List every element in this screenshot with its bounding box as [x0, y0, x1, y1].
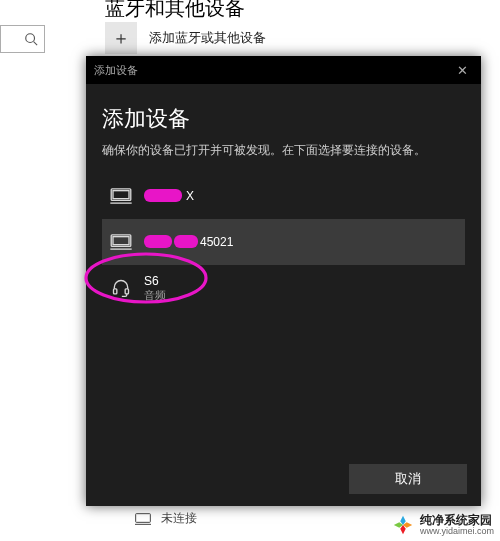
display-icon: [110, 233, 132, 251]
watermark-url: www.yidaimei.com: [420, 527, 494, 537]
device-item[interactable]: 45021: [102, 219, 465, 265]
settings-background: 蓝牙和其他设备 ＋ 添加蓝牙或其他设备 添加设备 ✕ 添加设备 确保你的设备已打…: [0, 0, 500, 541]
device-item[interactable]: X: [102, 173, 465, 219]
page-title: 蓝牙和其他设备: [105, 0, 245, 22]
device-subtype: 音频: [144, 289, 166, 302]
display-icon: [135, 512, 151, 526]
add-bluetooth-device-button[interactable]: ＋ 添加蓝牙或其他设备: [105, 22, 266, 54]
plus-icon: ＋: [105, 22, 137, 54]
svg-rect-11: [136, 513, 151, 522]
watermark: 纯净系统家园 www.yidaimei.com: [392, 514, 494, 537]
display-icon: [110, 187, 132, 205]
device-name: 45021: [144, 235, 233, 249]
search-input[interactable]: [0, 25, 45, 53]
logo-icon: [392, 514, 414, 536]
dialog-footer: 取消: [86, 454, 481, 506]
redaction-icon: [144, 189, 182, 202]
close-button[interactable]: ✕: [451, 63, 473, 78]
svg-rect-9: [125, 289, 128, 294]
svg-point-0: [26, 34, 35, 43]
device-item[interactable]: S6 音频: [102, 265, 465, 311]
status-text: 未连接: [161, 510, 197, 527]
connection-status: 未连接: [135, 510, 197, 527]
cancel-button[interactable]: 取消: [349, 464, 467, 494]
dialog-titlebar: 添加设备 ✕: [86, 56, 481, 84]
add-device-dialog: 添加设备 ✕ 添加设备 确保你的设备已打开并可被发现。在下面选择要连接的设备。: [86, 56, 481, 506]
redaction-icon: [174, 235, 198, 248]
dialog-titlebar-text: 添加设备: [94, 63, 138, 78]
svg-rect-8: [114, 289, 117, 294]
search-icon: [24, 32, 38, 46]
headset-icon: [110, 279, 132, 297]
device-name: X: [144, 189, 194, 203]
device-name: S6: [144, 274, 166, 288]
add-bluetooth-label: 添加蓝牙或其他设备: [149, 29, 266, 47]
dialog-subtext: 确保你的设备已打开并可被发现。在下面选择要连接的设备。: [102, 142, 465, 159]
svg-rect-6: [113, 237, 129, 245]
device-list: X: [102, 173, 465, 311]
dialog-heading: 添加设备: [102, 104, 465, 134]
redaction-icon: [144, 235, 172, 248]
svg-rect-3: [113, 191, 129, 199]
svg-line-1: [34, 42, 38, 46]
dialog-body: 添加设备 确保你的设备已打开并可被发现。在下面选择要连接的设备。: [86, 84, 481, 454]
